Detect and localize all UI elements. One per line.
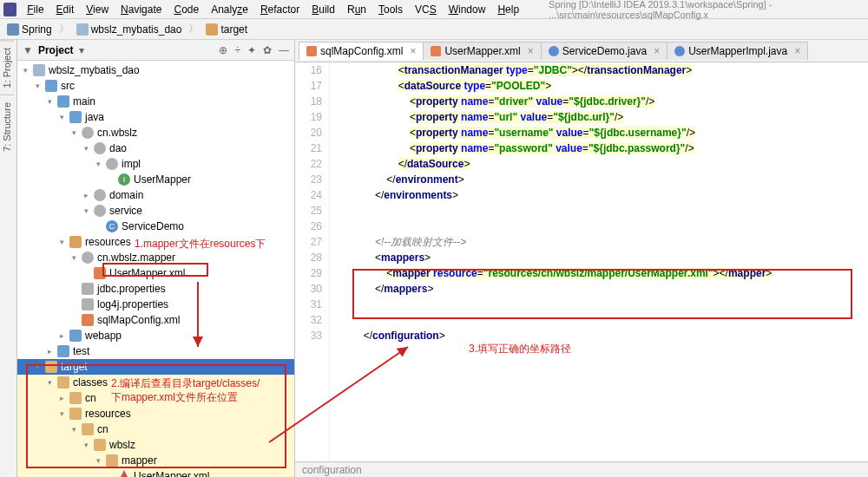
tree-node[interactable]: IUserMapper — [17, 172, 294, 187]
tree-arrow-icon[interactable]: ▾ — [57, 113, 66, 121]
editor-tab[interactable]: UserMapperImpl.java× — [667, 42, 808, 60]
menu-build[interactable]: Build — [306, 2, 340, 17]
code-line[interactable]: <!--加载映射文件--> — [340, 234, 868, 250]
code-line[interactable]: </environment> — [340, 172, 868, 187]
menu-navigate[interactable]: Navigate — [115, 2, 167, 17]
tree-node[interactable]: ▾mapper — [17, 453, 294, 468]
code-line[interactable]: <property name="url" value="${jdbc.url}"… — [340, 109, 868, 125]
close-icon[interactable]: × — [654, 45, 660, 57]
tab-project[interactable]: 1: Project — [0, 40, 14, 95]
tree-node[interactable]: CServiceDemo — [17, 219, 294, 234]
tree-arrow-icon[interactable]: ▸ — [82, 191, 90, 199]
menu-run[interactable]: Run — [342, 2, 372, 17]
project-tree[interactable]: ▾wbslz_mybatis_dao▾src▾main▾java▾cn.wbsl… — [17, 61, 294, 477]
tree-node[interactable]: UserMapper.xml — [17, 468, 294, 477]
tree-node[interactable]: UserMapper.xml — [17, 265, 294, 281]
tree-arrow-icon[interactable]: ▾ — [33, 82, 42, 90]
code-line[interactable]: <property name="username" value="${jdbc.… — [340, 125, 868, 140]
tree-arrow-icon[interactable]: ▾ — [69, 425, 78, 434]
code-editor[interactable]: 161718192021222324252627282930313233 <tr… — [295, 62, 868, 477]
code-line[interactable]: </environments> — [340, 187, 868, 203]
tree-node[interactable]: ▸domain — [17, 187, 294, 203]
tree-arrow-icon[interactable]: ▾ — [69, 128, 78, 137]
code-line[interactable]: <mappers> — [340, 250, 868, 265]
tree-node[interactable]: ▾cn.wbslz.mapper — [17, 250, 294, 265]
tree-arrow-icon[interactable]: ▸ — [57, 331, 66, 340]
menu-code[interactable]: Code — [168, 2, 204, 17]
menu-tools[interactable]: Tools — [373, 2, 408, 17]
editor-tab[interactable]: ServiceDemo.java× — [541, 42, 667, 60]
tree-arrow-icon[interactable]: ▾ — [21, 66, 30, 75]
chevron-down-icon[interactable]: ▼ — [23, 44, 33, 56]
code-line[interactable] — [340, 219, 868, 234]
tree-node[interactable]: ▾wbslz — [17, 437, 294, 453]
tree-arrow-icon[interactable]: ▾ — [94, 456, 102, 465]
breadcrumb-item[interactable]: target — [202, 23, 251, 36]
status-breadcrumb[interactable]: configuration — [302, 464, 362, 476]
tree-node[interactable]: ▸test — [17, 343, 294, 359]
tree-node[interactable]: ▾service — [17, 203, 294, 219]
menu-view[interactable]: View — [81, 2, 114, 17]
tree-node[interactable]: ▾target — [17, 359, 294, 375]
tree-node[interactable]: sqlMapConfig.xml — [17, 312, 294, 328]
toolbar-icon[interactable]: ÷ — [234, 44, 240, 56]
tree-node[interactable]: ▾src — [17, 78, 294, 94]
menu-analyze[interactable]: Analyze — [206, 2, 253, 17]
code-line[interactable] — [340, 203, 868, 219]
menu-edit[interactable]: Edit — [51, 2, 80, 17]
tree-arrow-icon[interactable]: ▾ — [82, 144, 90, 153]
editor-tab[interactable]: UserMapper.xml× — [423, 42, 541, 60]
tree-node[interactable]: ▾impl — [17, 156, 294, 172]
tree-arrow-icon[interactable]: ▾ — [45, 97, 54, 106]
tree-node[interactable]: ▾cn — [17, 421, 294, 437]
code-line[interactable]: </dataSource> — [340, 156, 868, 172]
toolbar-icon[interactable]: — — [279, 44, 289, 56]
tree-arrow-icon[interactable]: ▸ — [57, 394, 66, 402]
code-line[interactable] — [340, 297, 868, 312]
tree-node[interactable]: ▾java — [17, 109, 294, 125]
code-line[interactable]: <property name="password" value="${jdbc.… — [340, 140, 868, 156]
tree-node[interactable]: jdbc.properties — [17, 281, 294, 297]
toolbar-icon[interactable]: ✦ — [247, 44, 256, 56]
tree-arrow-icon[interactable]: ▾ — [69, 253, 78, 262]
editor-tab[interactable]: sqlMapConfig.xml× — [299, 42, 424, 60]
menu-window[interactable]: Window — [444, 2, 491, 17]
tree-node[interactable]: ▾wbslz_mybatis_dao — [17, 62, 294, 78]
tree-arrow-icon[interactable]: ▾ — [33, 363, 42, 371]
code-line[interactable]: <dataSource type="POOLED"> — [340, 78, 868, 94]
breadcrumb-item[interactable]: Spring — [3, 23, 56, 36]
code-line[interactable]: </configuration> — [340, 328, 868, 343]
close-icon[interactable]: × — [410, 45, 416, 57]
tree-arrow-icon[interactable]: ▸ — [45, 347, 54, 356]
tab-structure[interactable]: 7: Structure — [0, 95, 14, 159]
code-line[interactable]: </mappers> — [340, 281, 868, 297]
breadcrumb-item[interactable]: wbslz_mybatis_dao — [73, 23, 186, 36]
close-icon[interactable]: × — [528, 45, 534, 57]
tree-arrow-icon[interactable]: ▾ — [45, 378, 54, 387]
tree-node[interactable]: log4j.properties — [17, 297, 294, 312]
close-icon[interactable]: × — [794, 45, 800, 57]
menu-vcs[interactable]: VCS — [410, 2, 442, 17]
tree-node[interactable]: ▾dao — [17, 140, 294, 156]
code-line[interactable]: <property name="driver" value="${jdbc.dr… — [340, 94, 868, 109]
code-line[interactable]: <mapper resource="resources/cn/wbslz/map… — [340, 265, 868, 281]
code-line[interactable]: <transactionManager type="JDBC"></transa… — [340, 62, 868, 78]
tree-arrow-icon[interactable]: ▾ — [57, 409, 66, 418]
tree-arrow-icon[interactable]: ▾ — [82, 206, 90, 215]
tree-node[interactable]: ▸cn — [17, 390, 294, 406]
toolbar-icon[interactable]: ⊕ — [219, 44, 227, 56]
tree-arrow-icon[interactable]: ▾ — [57, 238, 66, 246]
menu-help[interactable]: Help — [492, 2, 524, 17]
tree-arrow-icon[interactable]: ▾ — [94, 160, 102, 168]
code-line[interactable] — [340, 312, 868, 328]
tree-node[interactable]: ▾classes — [17, 375, 294, 390]
tree-node[interactable]: ▾cn.wbslz — [17, 125, 294, 140]
tree-node[interactable]: ▾resources — [17, 234, 294, 250]
menu-refactor[interactable]: Refactor — [255, 2, 305, 17]
dropdown-icon[interactable]: ▾ — [79, 44, 84, 56]
toolbar-icon[interactable]: ✿ — [263, 44, 272, 56]
menu-file[interactable]: File — [22, 2, 49, 17]
code-content[interactable]: <transactionManager type="JDBC"></transa… — [330, 62, 868, 477]
tree-node[interactable]: ▾resources — [17, 406, 294, 421]
tree-node[interactable]: ▸webapp — [17, 328, 294, 343]
